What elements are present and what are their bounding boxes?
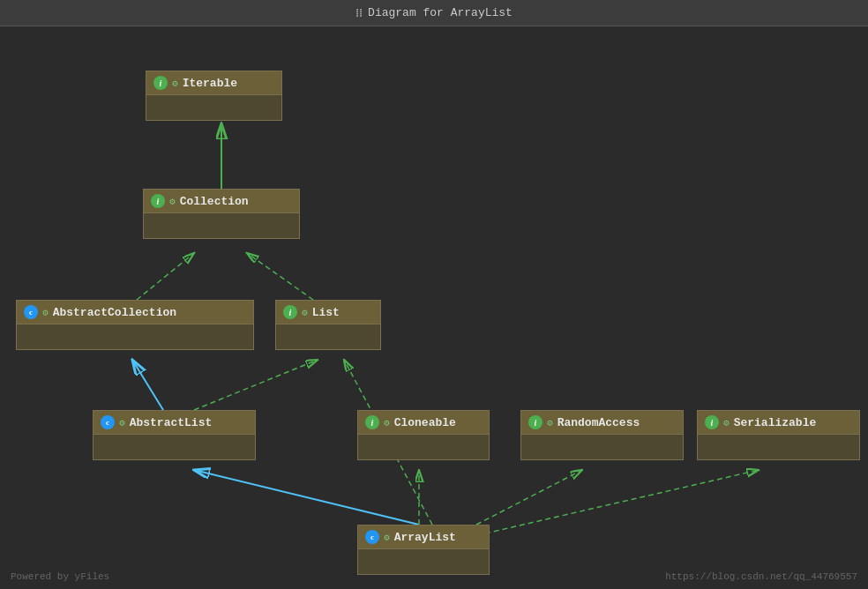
- node-abstract-collection[interactable]: c ⚙ AbstractCollection: [16, 300, 254, 350]
- iterable-pkg-icon: ⚙: [172, 78, 178, 89]
- svg-line-1: [137, 253, 194, 300]
- node-serializable-header: i ⚙ Serializable: [698, 411, 859, 435]
- node-list[interactable]: i ⚙ List: [275, 300, 381, 350]
- title-icon: ⁞⁞: [355, 6, 363, 20]
- array-list-body: [358, 549, 489, 574]
- diagram-canvas: i ⚙ Iterable i ⚙ Collection c ⚙ Abstract…: [0, 26, 868, 589]
- node-abstract-collection-header: c ⚙ AbstractCollection: [17, 301, 253, 324]
- serializable-pkg-icon: ⚙: [723, 417, 730, 429]
- array-list-class-icon: c: [365, 530, 379, 544]
- list-pkg-icon: ⚙: [302, 307, 308, 318]
- iterable-interface-icon: i: [153, 76, 168, 90]
- cloneable-pkg-icon: ⚙: [384, 417, 390, 429]
- title-label: Diagram for ArrayList: [368, 6, 513, 19]
- iterable-label: Iterable: [183, 77, 237, 90]
- random-access-interface-icon: i: [528, 415, 542, 429]
- abstract-collection-class-icon: c: [24, 305, 38, 319]
- cloneable-interface-icon: i: [365, 415, 379, 429]
- list-interface-icon: i: [283, 305, 297, 319]
- node-iterable-header: i ⚙ Iterable: [146, 71, 281, 95]
- collection-pkg-icon: ⚙: [169, 196, 176, 207]
- svg-line-8: [476, 470, 582, 525]
- svg-line-2: [247, 253, 313, 300]
- serializable-body: [698, 435, 859, 459]
- abstract-list-label: AbstractList: [130, 416, 213, 429]
- cloneable-label: Cloneable: [394, 416, 456, 429]
- abstract-collection-body: [17, 324, 253, 349]
- random-access-body: [521, 435, 683, 459]
- footer-url: https://blog.csdn.net/qq_44769557: [665, 571, 857, 582]
- svg-line-4: [194, 360, 318, 410]
- collection-interface-icon: i: [151, 194, 165, 208]
- svg-line-3: [132, 360, 163, 410]
- title-bar: ⁞⁞ Diagram for ArrayList: [0, 0, 868, 26]
- node-array-list[interactable]: c ⚙ ArrayList: [357, 525, 490, 575]
- array-list-pkg-icon: ⚙: [384, 532, 390, 543]
- node-cloneable[interactable]: i ⚙ Cloneable: [357, 410, 490, 460]
- node-serializable[interactable]: i ⚙ Serializable: [697, 410, 860, 460]
- node-random-access-header: i ⚙ RandomAccess: [521, 411, 683, 435]
- node-iterable[interactable]: i ⚙ Iterable: [146, 71, 282, 121]
- random-access-pkg-icon: ⚙: [547, 417, 553, 429]
- footer-powered-by: Powered by yFiles: [11, 571, 109, 582]
- serializable-interface-icon: i: [705, 415, 719, 429]
- node-abstract-list-header: c ⚙ AbstractList: [94, 411, 255, 435]
- node-cloneable-header: i ⚙ Cloneable: [358, 411, 489, 435]
- abstract-list-body: [94, 435, 255, 459]
- svg-line-9: [485, 470, 759, 533]
- abstract-list-pkg-icon: ⚙: [119, 417, 125, 429]
- node-collection[interactable]: i ⚙ Collection: [143, 189, 300, 239]
- collection-body: [144, 213, 299, 238]
- list-label: List: [312, 306, 340, 319]
- node-random-access[interactable]: i ⚙ RandomAccess: [520, 410, 684, 460]
- abstract-collection-pkg-icon: ⚙: [42, 307, 49, 318]
- node-collection-header: i ⚙ Collection: [144, 190, 299, 213]
- random-access-label: RandomAccess: [557, 416, 640, 429]
- collection-label: Collection: [180, 195, 249, 208]
- abstract-list-class-icon: c: [101, 415, 115, 429]
- svg-line-5: [194, 470, 419, 525]
- cloneable-body: [358, 435, 489, 459]
- array-list-label: ArrayList: [394, 531, 456, 544]
- abstract-collection-label: AbstractCollection: [53, 306, 176, 319]
- iterable-body: [146, 95, 281, 120]
- node-list-header: i ⚙ List: [276, 301, 380, 324]
- node-array-list-header: c ⚙ ArrayList: [358, 526, 489, 549]
- list-body: [276, 324, 380, 349]
- node-abstract-list[interactable]: c ⚙ AbstractList: [93, 410, 256, 460]
- serializable-label: Serializable: [734, 416, 817, 429]
